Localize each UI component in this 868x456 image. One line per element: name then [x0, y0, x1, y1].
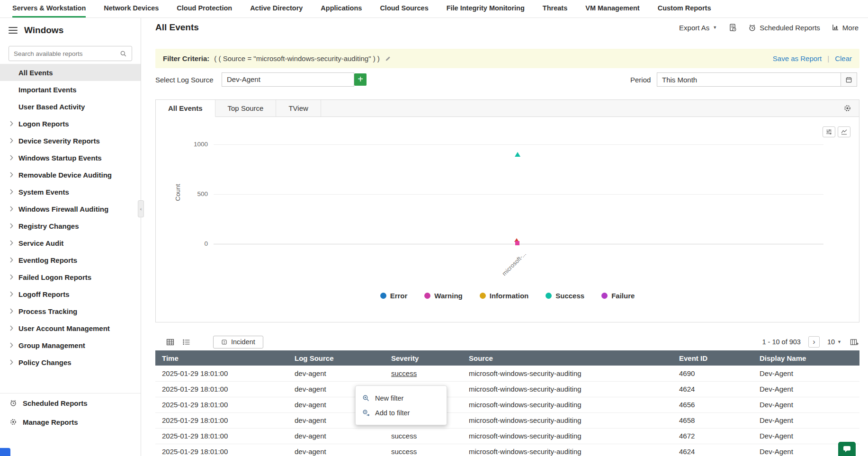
chat-button[interactable] — [838, 442, 856, 456]
column-settings-icon[interactable] — [849, 337, 859, 347]
log-source-select[interactable]: Dev-Agent — [222, 72, 354, 87]
chart-tabs: All Events Top Source TView — [156, 100, 859, 117]
information-dot-icon — [480, 293, 486, 299]
nav-custom-reports[interactable]: Custom Reports — [658, 0, 711, 18]
incident-button[interactable]: Incident — [213, 336, 263, 349]
warning-marker — [515, 241, 519, 245]
bottom-left-widget[interactable] — [0, 448, 10, 456]
chart-toolbar — [823, 126, 850, 137]
events-chart-card: All Events Top Source TView 1000 500 0 C… — [155, 99, 859, 322]
legend-success[interactable]: Success — [546, 292, 584, 300]
save-as-report-link[interactable]: Save as Report — [773, 54, 822, 63]
divider: | — [827, 54, 829, 63]
chevron-right-icon — [9, 325, 14, 331]
tab-tview[interactable]: TView — [276, 100, 321, 116]
sidebar-collapse-handle[interactable]: ‹ — [138, 200, 144, 217]
warning-dot-icon — [424, 293, 430, 299]
grid-view-icon[interactable] — [165, 337, 175, 347]
hamburger-menu-icon[interactable] — [9, 27, 18, 34]
chart-type-icon[interactable] — [838, 126, 850, 137]
page-size-select[interactable]: 10 ▼ — [827, 338, 841, 346]
chevron-right-icon — [9, 291, 14, 297]
chevron-right-icon — [9, 359, 14, 365]
legend-failure[interactable]: Failure — [601, 292, 635, 300]
add-log-source-button[interactable]: + — [354, 73, 367, 86]
sidebar-item-policy-changes[interactable]: Policy Changes — [0, 354, 141, 371]
sidebar-item-user-account-management[interactable]: User Account Management — [0, 320, 141, 337]
source-cell: microsoft-windows-security-auditing — [462, 381, 672, 397]
column-header-severity: Severity — [385, 350, 462, 366]
sidebar-item-service-audit[interactable]: Service Audit — [0, 234, 141, 251]
nav-active-directory[interactable]: Active Directory — [250, 0, 303, 18]
next-page-icon: › — [813, 338, 815, 346]
event-id-cell: 4672 — [672, 428, 753, 444]
add-to-filter-icon — [362, 409, 370, 417]
nav-network-devices[interactable]: Network Devices — [104, 0, 159, 18]
chart-options-icon[interactable] — [823, 126, 835, 137]
nav-cloud-protection[interactable]: Cloud Protection — [177, 0, 232, 18]
new-filter-menu-item[interactable]: New filter — [356, 391, 447, 405]
controls-row: Select Log Source Dev-Agent + Period Thi… — [155, 72, 859, 88]
legend-error[interactable]: Error — [380, 292, 408, 300]
sidebar-item-device-severity-reports[interactable]: Device Severity Reports — [0, 132, 141, 149]
sidebar-item-important-events[interactable]: Important Events — [0, 81, 141, 98]
sidebar-item-user-based-activity[interactable]: User Based Activity — [0, 98, 141, 115]
time-cell: 2025-01-29 18:01:00 — [155, 381, 288, 397]
severity-link[interactable]: success — [391, 369, 417, 377]
nav-cloud-sources[interactable]: Cloud Sources — [380, 0, 428, 18]
sidebar-item-logoff-reports[interactable]: Logoff Reports — [0, 286, 141, 303]
legend-warning[interactable]: Warning — [424, 292, 462, 300]
time-cell: 2025-01-29 18:01:00 — [155, 397, 288, 412]
scheduled-reports-button[interactable]: Scheduled Reports — [748, 24, 820, 32]
sidebar-item-group-management[interactable]: Group Management — [0, 337, 141, 354]
nav-applications[interactable]: Applications — [321, 0, 362, 18]
sidebar-item-process-tracking[interactable]: Process Tracking — [0, 303, 141, 320]
chart-legend: Error Warning Information Success Failur… — [156, 292, 859, 300]
time-cell: 2025-01-29 18:01:00 — [155, 412, 288, 428]
next-page-button[interactable]: › — [808, 336, 820, 348]
search-input[interactable] — [14, 50, 120, 57]
success-marker — [515, 152, 520, 157]
select-log-source-label: Select Log Source — [155, 76, 214, 84]
nav-file-integrity-monitoring[interactable]: File Integrity Monitoring — [447, 0, 525, 18]
sidebar-item-logon-reports[interactable]: Logon Reports — [0, 115, 141, 132]
list-view-icon[interactable] — [181, 337, 191, 347]
chevron-right-icon — [9, 155, 14, 161]
display-name-cell: Dev-Agent — [753, 412, 859, 428]
time-cell: 2025-01-29 18:01:00 — [155, 428, 288, 444]
sidebar-item-failed-logon-reports[interactable]: Failed Logon Reports — [0, 268, 141, 286]
calendar-icon[interactable] — [841, 73, 857, 86]
table-header-row: Time Log Source Severity Source Event ID… — [155, 350, 859, 366]
nav-threats[interactable]: Threats — [543, 0, 567, 18]
more-button[interactable]: More — [832, 24, 859, 32]
edit-pencil-icon[interactable] — [385, 55, 392, 62]
sidebar-item-removable-device-auditing[interactable]: Removable Device Auditing — [0, 166, 141, 183]
sidebar-item-registry-changes[interactable]: Registry Changes — [0, 217, 141, 234]
top-navigation: Servers & Workstation Network Devices Cl… — [0, 0, 868, 18]
export-as-dropdown[interactable]: Export As ▼ — [679, 24, 717, 32]
nav-vm-management[interactable]: VM Management — [585, 0, 639, 18]
sidebar-item-scheduled-reports[interactable]: Scheduled Reports — [0, 393, 141, 412]
legend-information[interactable]: Information — [480, 292, 529, 300]
sidebar-item-windows-firewall-auditing[interactable]: Windows Firewall Auditing — [0, 200, 141, 217]
tab-top-source[interactable]: Top Source — [215, 100, 277, 116]
log-source-cell: dev-agent — [288, 428, 385, 444]
tab-all-events[interactable]: All Events — [156, 100, 215, 117]
sidebar-item-windows-startup-events[interactable]: Windows Startup Events — [0, 149, 141, 166]
search-icon[interactable] — [120, 50, 127, 57]
sidebar-item-system-events[interactable]: System Events — [0, 183, 141, 200]
period-select[interactable]: This Month — [657, 72, 857, 87]
sidebar-item-manage-reports[interactable]: Manage Reports — [0, 412, 141, 431]
chart-settings-gear-icon[interactable] — [843, 100, 859, 116]
sidebar-item-all-events[interactable]: All Events — [0, 64, 141, 81]
nav-servers-workstation[interactable]: Servers & Workstation — [12, 0, 86, 18]
alarm-icon — [9, 399, 17, 407]
page-header: All Events Export As ▼ Scheduled Reports… — [155, 18, 859, 37]
add-to-filter-menu-item[interactable]: Add to filter — [356, 405, 447, 420]
clear-filter-link[interactable]: Clear — [835, 54, 852, 63]
export-history-icon[interactable] — [728, 23, 737, 32]
event-id-cell: 4656 — [672, 397, 753, 412]
alarm-icon — [748, 24, 756, 32]
sidebar-item-eventlog-reports[interactable]: Eventlog Reports — [0, 251, 141, 268]
y-axis-label: Count — [174, 182, 181, 203]
